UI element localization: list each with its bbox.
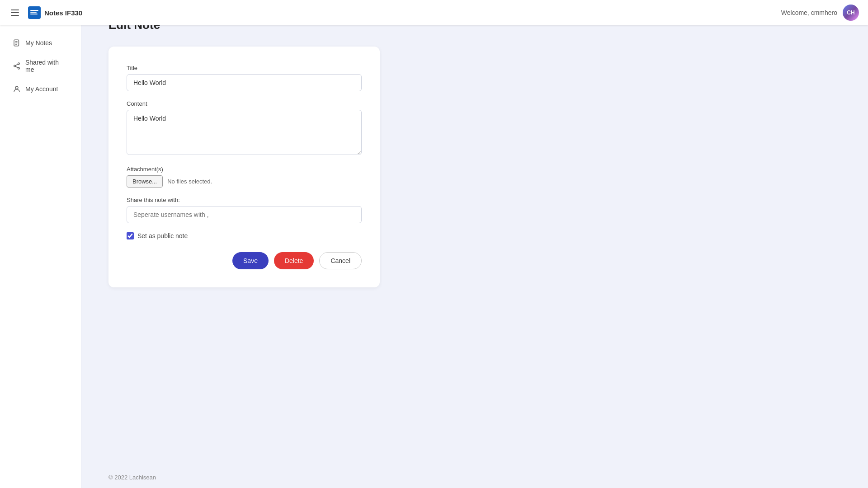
app-header: Notes IF330 Welcome, cmmhero CH <box>0 0 868 25</box>
account-icon <box>13 85 21 93</box>
content-field-group: Content Hello World <box>127 100 362 157</box>
title-input[interactable] <box>127 74 362 91</box>
hamburger-button[interactable] <box>9 8 21 18</box>
edit-note-form-card: Title Content Hello World Attachment(s) … <box>108 47 380 287</box>
browse-button[interactable]: Browse... <box>127 175 163 188</box>
main-content: Edit Note Title Content Hello World Atta… <box>81 0 868 488</box>
svg-point-9 <box>14 65 16 67</box>
note-icon <box>13 39 21 47</box>
sidebar-label-shared: Shared with me <box>25 59 68 73</box>
title-label: Title <box>127 65 362 71</box>
share-group: Share this note with: <box>127 197 362 223</box>
svg-rect-1 <box>30 10 38 11</box>
header-left: Notes IF330 <box>9 6 82 19</box>
public-note-checkbox[interactable] <box>127 232 134 239</box>
sidebar: My Notes Shared with me My Account <box>0 25 81 488</box>
cancel-button[interactable]: Cancel <box>319 252 362 269</box>
attachments-group: Attachment(s) Browse... No files selecte… <box>127 166 362 188</box>
title-field-group: Title <box>127 65 362 91</box>
svg-point-13 <box>15 86 18 89</box>
form-button-row: Save Delete Cancel <box>127 252 362 269</box>
svg-line-12 <box>15 66 18 68</box>
welcome-text: Welcome, cmmhero <box>781 9 837 16</box>
no-files-text: No files selected. <box>167 178 212 185</box>
logo-area: Notes IF330 <box>28 6 82 19</box>
save-button[interactable]: Save <box>232 252 269 269</box>
svg-point-8 <box>18 63 20 65</box>
share-label: Share this note with: <box>127 197 362 203</box>
app-logo-icon <box>28 6 41 19</box>
attachment-area: Browse... No files selected. <box>127 175 362 188</box>
delete-button[interactable]: Delete <box>274 252 314 269</box>
public-note-label[interactable]: Set as public note <box>137 232 188 239</box>
svg-line-11 <box>15 64 18 66</box>
svg-rect-2 <box>30 12 37 13</box>
svg-rect-3 <box>30 14 38 14</box>
sidebar-label-account: My Account <box>25 85 58 93</box>
sidebar-label-my-notes: My Notes <box>25 39 52 47</box>
header-right: Welcome, cmmhero CH <box>781 5 859 21</box>
content-label: Content <box>127 100 362 107</box>
public-note-checkbox-area: Set as public note <box>127 232 362 239</box>
sidebar-item-account[interactable]: My Account <box>4 80 77 99</box>
content-textarea[interactable]: Hello World <box>127 110 362 155</box>
sidebar-item-my-notes[interactable]: My Notes <box>4 33 77 52</box>
sidebar-item-shared[interactable]: Shared with me <box>4 53 77 79</box>
svg-point-10 <box>18 67 20 69</box>
share-input[interactable] <box>127 206 362 223</box>
avatar[interactable]: CH <box>843 5 859 21</box>
share-icon <box>13 62 21 70</box>
attachments-label: Attachment(s) <box>127 166 362 173</box>
app-title: Notes IF330 <box>44 9 82 17</box>
footer-text: © 2022 Lachisean <box>108 474 156 481</box>
footer: © 2022 Lachisean <box>81 467 868 488</box>
